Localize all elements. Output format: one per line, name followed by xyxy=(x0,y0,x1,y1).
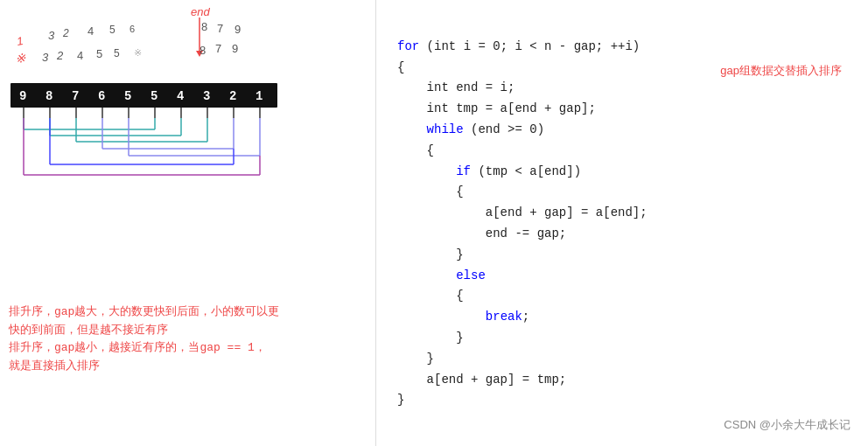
svg-text:1: 1 xyxy=(16,34,24,48)
svg-text:9: 9 xyxy=(232,42,238,55)
left-panel: end 1 3 2 4 5 6 8 7 9 ※ 3 2 4 5 5 ※ 8 7 … xyxy=(0,0,376,446)
watermark: CSDN @小余大牛成长记 xyxy=(724,417,850,433)
annotation-line-3: 排升序，gap越小，越接近有序的，当gap == 1， xyxy=(9,339,350,358)
svg-text:5: 5 xyxy=(124,89,131,103)
svg-text:5: 5 xyxy=(96,47,102,60)
svg-text:1: 1 xyxy=(256,89,262,103)
code-line-17: a[end + gap] = tmp; xyxy=(397,373,566,387)
code-line-14: break; xyxy=(397,310,529,324)
code-line-6: { xyxy=(397,143,434,157)
svg-text:3: 3 xyxy=(203,89,210,103)
svg-text:※: ※ xyxy=(134,47,142,58)
code-line-18: } xyxy=(397,393,404,407)
svg-text:6: 6 xyxy=(130,24,135,34)
code-line-8: { xyxy=(397,185,464,199)
svg-text:8: 8 xyxy=(200,44,206,57)
code-line-3: int end = i; xyxy=(397,80,514,94)
code-line-5: while (end >= 0) xyxy=(397,122,544,136)
svg-text:9: 9 xyxy=(234,23,241,36)
left-annotations: 排升序，gap越大，大的数更快到后面，小的数可以更 快的到前面，但是越不接近有序… xyxy=(9,303,350,376)
svg-text:3: 3 xyxy=(48,29,55,42)
right-panel: for (int i = 0; i < n - gap; ++i) { int … xyxy=(376,0,868,446)
svg-text:end: end xyxy=(191,5,210,18)
code-line-1: for (int i = 0; i < n - gap; ++i) xyxy=(397,39,640,53)
annotation-line-2: 快的到前面，但是越不接近有序 xyxy=(9,322,350,340)
svg-text:2: 2 xyxy=(56,49,64,62)
code-line-4: int tmp = a[end + gap]; xyxy=(397,101,596,115)
svg-text:5: 5 xyxy=(109,24,116,36)
code-line-11: } xyxy=(397,247,464,261)
code-line-13: { xyxy=(397,289,464,303)
code-line-12: else xyxy=(397,268,486,282)
svg-text:5: 5 xyxy=(114,47,120,59)
code-line-9: a[end + gap] = a[end]; xyxy=(397,206,648,220)
code-line-7: if (tmp < a[end]) xyxy=(397,164,581,178)
svg-text:7: 7 xyxy=(217,22,223,35)
svg-text:8: 8 xyxy=(46,89,52,103)
annotation-line-4: 就是直接插入排序 xyxy=(9,358,350,376)
svg-text:9: 9 xyxy=(19,89,26,103)
svg-text:4: 4 xyxy=(77,49,83,62)
svg-text:6: 6 xyxy=(98,89,105,103)
gap-comment: gap组数据交替插入排序 xyxy=(720,63,842,79)
code-line-16: } xyxy=(397,352,434,366)
svg-text:4: 4 xyxy=(88,24,94,38)
svg-text:※: ※ xyxy=(15,51,26,66)
svg-text:7: 7 xyxy=(215,42,221,55)
svg-text:4: 4 xyxy=(177,89,184,103)
annotation-line-1: 排升序，gap越大，大的数更快到后面，小的数可以更 xyxy=(9,303,350,322)
svg-text:8: 8 xyxy=(201,20,207,33)
svg-text:5: 5 xyxy=(150,89,158,103)
svg-text:3: 3 xyxy=(42,51,49,64)
code-line-10: end -= gap; xyxy=(397,226,566,240)
handwritten-diagram: end 1 3 2 4 5 6 8 7 9 ※ 3 2 4 5 5 ※ 8 7 … xyxy=(0,0,376,206)
code-line-15: } xyxy=(397,331,464,345)
svg-text:2: 2 xyxy=(62,27,69,39)
svg-text:7: 7 xyxy=(72,89,79,103)
svg-text:2: 2 xyxy=(229,89,236,103)
code-line-2: { xyxy=(397,60,404,74)
